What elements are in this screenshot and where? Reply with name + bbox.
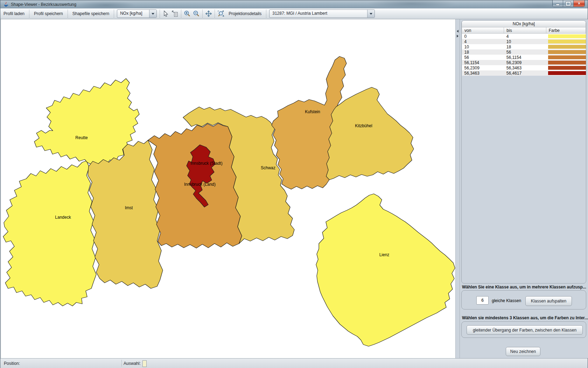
- district-landeck[interactable]: [3, 161, 96, 306]
- attribute-select[interactable]: NOx [kg/ha]: [117, 9, 157, 18]
- select-list-icon: [172, 11, 178, 17]
- legend-color-swatch: [548, 55, 586, 59]
- chevron-down-icon: [367, 10, 374, 18]
- legend-von-value: 56,2309: [462, 65, 504, 70]
- close-button[interactable]: ×: [574, 0, 584, 7]
- legend-bis-value: 56,4617: [504, 70, 546, 76]
- title-bar: Shape-Viewer - Bezirksauswertung ×: [0, 0, 588, 8]
- toolbar-separator: [266, 10, 266, 18]
- profil-laden-button[interactable]: Profil laden: [0, 10, 28, 18]
- panel-splitter[interactable]: [455, 19, 460, 358]
- zoom-in-icon: [184, 10, 191, 17]
- legend-von-value: 56,3463: [462, 70, 504, 76]
- class-count-label: gleiche Klassen: [492, 298, 521, 303]
- legend-row[interactable]: 56,346356,4617: [462, 70, 586, 76]
- legend-color-swatch: [548, 40, 586, 43]
- legend-col-bis[interactable]: bis: [504, 27, 546, 34]
- legend-row[interactable]: 1018: [462, 44, 586, 49]
- neu-zeichnen-button[interactable]: Neu zeichnen: [506, 347, 540, 356]
- legend-col-farbe[interactable]: Farbe: [546, 27, 586, 34]
- legend-von-value: 18: [462, 49, 504, 55]
- toolbar-separator: [202, 10, 203, 18]
- toolbar-separator: [114, 10, 114, 18]
- legend-bis-value: 56,2309: [504, 60, 546, 65]
- collapse-right-icon[interactable]: [457, 35, 458, 38]
- legend-bis-value: 4: [504, 34, 546, 39]
- legend-container: NOx [kg/ha] von bis Farbe 04410101818565…: [461, 20, 586, 284]
- toolbar-separator: [215, 10, 215, 18]
- content-area: ReutteLandeckImstInnsbruck (Land)SchwazK…: [0, 19, 588, 358]
- legend-color-swatch: [548, 66, 586, 70]
- toolbar-separator: [29, 10, 29, 18]
- select-info-tool-button[interactable]: [171, 10, 179, 18]
- legend-von-value: 4: [462, 39, 504, 44]
- close-icon: ×: [578, 1, 580, 6]
- app-window: Shape-Viewer - Bezirksauswertung × Profi…: [0, 0, 588, 368]
- split-group: gleiche Klassen Klassen aufspalten: [461, 290, 586, 309]
- district-reutte[interactable]: [34, 79, 139, 167]
- window-controls: ×: [552, 0, 585, 7]
- chevron-down-icon: [149, 10, 156, 18]
- projektionsdetails-button[interactable]: Projektionsdetails: [225, 10, 265, 18]
- toolbar-separator: [181, 10, 181, 18]
- legend-title: NOx [kg/ha]: [462, 21, 586, 27]
- legend-bis-value: 10: [504, 39, 546, 44]
- maximize-button[interactable]: [563, 0, 574, 7]
- legend-von-value: 10: [462, 44, 504, 49]
- legend-bis-value: 56,3463: [504, 65, 546, 70]
- legend-von-value: 56,1154: [462, 60, 504, 65]
- profil-speichern-button[interactable]: Profil speichern: [31, 10, 66, 18]
- collapse-left-icon[interactable]: [457, 30, 458, 33]
- district-map-svg: [1, 19, 455, 358]
- map-canvas[interactable]: ReutteLandeckImstInnsbruck (Land)SchwazK…: [0, 19, 455, 358]
- district-lienz[interactable]: [316, 194, 455, 346]
- legend-row[interactable]: 5656,1154: [462, 55, 586, 60]
- legend-row[interactable]: 1856: [462, 49, 586, 55]
- farbverlauf-button[interactable]: gleitender Übergang der Farben, zwischen…: [467, 325, 583, 335]
- legend-bis-value: 56,1154: [504, 55, 546, 60]
- legend-row[interactable]: 56,115456,2309: [462, 60, 586, 65]
- zoom-in-tool-button[interactable]: [183, 10, 191, 18]
- maximize-icon: [566, 2, 570, 6]
- legend-row[interactable]: 410: [462, 39, 586, 44]
- projection-select-value: 31287: MGI / Austria Lambert: [270, 10, 367, 18]
- shapefile-speichern-button[interactable]: Shapefile speichern: [69, 10, 112, 18]
- legend-panel: NOx [kg/ha] von bis Farbe 04410101818565…: [460, 19, 588, 358]
- legend-color-swatch: [548, 71, 586, 75]
- window-title: Shape-Viewer - Bezirksauswertung: [11, 2, 76, 7]
- legend-von-value: 56: [462, 55, 504, 60]
- legend-color-swatch: [548, 50, 586, 54]
- toolbar-separator: [68, 10, 68, 18]
- legend-table: NOx [kg/ha] von bis Farbe 04410101818565…: [462, 21, 586, 76]
- minimize-button[interactable]: [553, 0, 563, 7]
- legend-col-von[interactable]: von: [462, 27, 504, 34]
- zoom-extent-icon: [217, 10, 224, 17]
- interpolate-group: gleitender Übergang der Farben, zwischen…: [461, 321, 586, 338]
- cursor-tool-button[interactable]: [162, 10, 170, 18]
- class-count-input[interactable]: [476, 296, 489, 305]
- legend-row[interactable]: 56,230956,3463: [462, 65, 586, 70]
- legend-row[interactable]: 04: [462, 34, 586, 39]
- legend-color-swatch: [548, 45, 586, 49]
- split-hint-label: Wählen Sie eine Klasse aus, um in mehrer…: [462, 285, 586, 289]
- legend-color-swatch: [548, 61, 586, 64]
- legend-von-value: 0: [462, 34, 504, 39]
- zoom-out-icon: [193, 10, 200, 17]
- zoom-out-tool-button[interactable]: [192, 10, 200, 18]
- status-bar: Position: Auswahl:: [0, 358, 588, 368]
- interpolate-hint-label: Wählen sie mindestens 3 Klassen aus, um …: [462, 315, 588, 320]
- minimize-icon: [556, 4, 560, 6]
- projection-select[interactable]: 31287: MGI / Austria Lambert: [269, 9, 375, 18]
- zoom-extent-tool-button[interactable]: [217, 10, 225, 18]
- legend-bis-value: 56: [504, 49, 546, 55]
- attribute-select-value: NOx [kg/ha]: [117, 10, 149, 18]
- java-cup-icon: [3, 2, 9, 7]
- position-label: Position:: [4, 361, 20, 366]
- klassen-aufspalten-button[interactable]: Klassen aufspalten: [525, 296, 572, 306]
- pan-tool-button[interactable]: [205, 10, 212, 18]
- selection-color-swatch: [142, 360, 147, 367]
- legend-bis-value: 18: [504, 44, 546, 49]
- toolbar-separator: [160, 10, 160, 18]
- selection-label: Auswahl:: [124, 361, 141, 366]
- pan-icon: [205, 10, 212, 17]
